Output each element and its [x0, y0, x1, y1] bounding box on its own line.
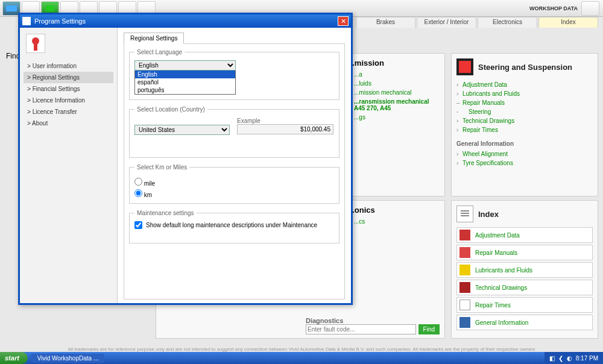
tab-index[interactable]: Index — [538, 17, 598, 28]
language-legend: Select Language — [134, 49, 185, 55]
lubricant-icon — [459, 265, 470, 275]
gi-heading: General Information — [456, 140, 593, 147]
sidebar-item-regional[interactable]: Regional Settings — [24, 72, 113, 83]
taskbar-app[interactable]: Vivid WorkshopData ... — [31, 354, 104, 363]
example-value: $10,000.45 — [237, 124, 333, 134]
link-item[interactable]: ...mission mechanical — [348, 88, 440, 97]
link-tyre-spec[interactable]: Tyre Specifications — [456, 158, 593, 168]
radio-km-label[interactable]: km — [134, 189, 334, 198]
index-row-repair-manuals[interactable]: Repair Manuals — [456, 245, 593, 260]
link-wheel-align[interactable]: Wheel Alignment — [456, 149, 593, 158]
steering-panel: Steering and Suspension Adjustment Data … — [451, 53, 598, 196]
tray-icon[interactable]: ❮ — [558, 355, 563, 362]
link-item[interactable]: ...a — [348, 70, 440, 79]
sidebar-item-user-info[interactable]: User information — [24, 60, 113, 72]
link-steering[interactable]: Steering — [456, 107, 593, 116]
svg-rect-2 — [459, 61, 471, 73]
tray-icon[interactable]: ◧ — [549, 355, 555, 362]
dialog-titlebar[interactable]: Program Settings ✕ — [20, 14, 351, 28]
adjustment-icon — [459, 230, 470, 240]
index-row-drawings[interactable]: Technical Drawings — [456, 280, 593, 295]
close-button[interactable]: ✕ — [338, 16, 349, 26]
maintenance-checkbox-label[interactable]: Show default long maintenance descriptio… — [134, 221, 334, 229]
link-item[interactable]: ...ransmission mechanical A45 270, A45 — [348, 97, 440, 113]
select-language-group: Select Language English English español … — [129, 49, 339, 100]
link-lubricants[interactable]: Lubricants and Fluids — [456, 89, 593, 98]
sidebar-item-licence-info[interactable]: Licence Information — [24, 95, 113, 106]
tray-icon[interactable]: ◐ — [567, 355, 572, 362]
example-label: Example — [237, 118, 333, 124]
windows-taskbar: start Vivid WorkshopData ... ◧ ❮ ◐ 8:17 … — [0, 352, 603, 364]
sidebar-item-about[interactable]: About — [24, 118, 113, 129]
link-item[interactable]: ...cs — [348, 217, 440, 226]
radio-km[interactable] — [134, 189, 142, 197]
lang-option-espanol[interactable]: español — [135, 78, 235, 86]
select-location-group: Select Location (Country) United States … — [129, 106, 339, 158]
link-tech-drawings[interactable]: Technical Drawings — [456, 116, 593, 125]
index-icon — [456, 206, 473, 222]
select-units-group: Select Km or Miles mile km — [129, 164, 339, 204]
home-icon-button[interactable] — [581, 1, 599, 16]
radio-mile[interactable] — [134, 178, 142, 186]
clock: 8:17 PM — [576, 355, 598, 362]
tab-brakes[interactable]: Brakes — [356, 17, 415, 28]
link-repair-times[interactable]: Repair Times — [456, 125, 593, 134]
tab-exterior[interactable]: Exterior / Interior — [417, 17, 476, 28]
tab-regional-settings[interactable]: Regional Settings — [124, 33, 184, 44]
workshop-data-logo: WORKSHOP DATA — [529, 5, 578, 11]
steering-icon — [456, 58, 473, 75]
index-panel: Index Adjustment Data Repair Manuals Lub… — [451, 200, 598, 339]
sidebar-item-licence-transfer[interactable]: Licence Transfer — [24, 106, 113, 118]
diagnostics-label: Diagnostics — [306, 317, 440, 324]
dialog-sidebar: User information Regional Settings Finan… — [20, 28, 118, 303]
svg-rect-3 — [461, 210, 469, 212]
link-item[interactable]: ...gs — [348, 113, 440, 122]
language-dropdown-list: English español português — [134, 70, 236, 95]
info-icon — [459, 317, 470, 328]
link-repair-manuals[interactable]: Repair Manuals — [456, 98, 593, 107]
units-legend: Select Km or Miles — [134, 164, 189, 171]
radio-mile-label[interactable]: mile — [134, 178, 334, 187]
maintenance-checkbox[interactable] — [134, 221, 142, 229]
footer-disclaimer: All trademarks are for reference purpose… — [0, 347, 603, 352]
index-row-adjustment[interactable]: Adjustment Data — [456, 227, 593, 243]
lang-option-portugues[interactable]: português — [135, 86, 235, 94]
country-select[interactable]: United States — [134, 125, 230, 135]
svg-rect-1 — [46, 5, 54, 11]
link-item[interactable]: ...luids — [348, 79, 440, 88]
dialog-title-text: Program Settings — [34, 17, 86, 25]
fault-code-input[interactable] — [306, 324, 416, 334]
transmission-title: ...mission — [348, 58, 440, 67]
svg-rect-4 — [461, 213, 469, 214]
location-legend: Select Location (Country) — [134, 106, 207, 113]
index-row-lubricants[interactable]: Lubricants and Fluids — [456, 262, 593, 278]
tab-electronics[interactable]: Electronics — [478, 17, 537, 28]
language-select[interactable]: English — [134, 60, 236, 71]
steering-title: Steering and Suspension — [478, 63, 572, 72]
settings-logo-icon — [26, 34, 45, 53]
svg-rect-8 — [34, 43, 37, 51]
dialog-icon — [22, 17, 31, 25]
index-row-times[interactable]: Repair Times — [456, 297, 593, 313]
system-tray[interactable]: ◧ ❮ ◐ 8:17 PM — [545, 352, 603, 364]
svg-rect-5 — [461, 215, 469, 216]
sidebar-item-financial[interactable]: Financial Settings — [24, 83, 113, 95]
program-settings-dialog: Program Settings ✕ User information Regi… — [18, 13, 353, 305]
index-title: Index — [478, 210, 499, 219]
index-row-general[interactable]: General Information — [456, 315, 593, 330]
start-button[interactable]: start — [0, 352, 28, 364]
lang-option-english[interactable]: English — [135, 71, 235, 78]
svg-rect-0 — [6, 5, 17, 11]
drawings-icon — [459, 282, 470, 293]
manual-icon — [459, 247, 470, 258]
maintenance-legend: Maintenance settings — [134, 210, 197, 216]
maintenance-settings-group: Maintenance settings Show default long m… — [129, 210, 339, 243]
link-adjustment[interactable]: Adjustment Data — [456, 80, 593, 89]
electronics-title: ...onics — [348, 206, 440, 215]
clock-icon — [459, 300, 470, 310]
find-button[interactable]: Find — [418, 324, 440, 334]
